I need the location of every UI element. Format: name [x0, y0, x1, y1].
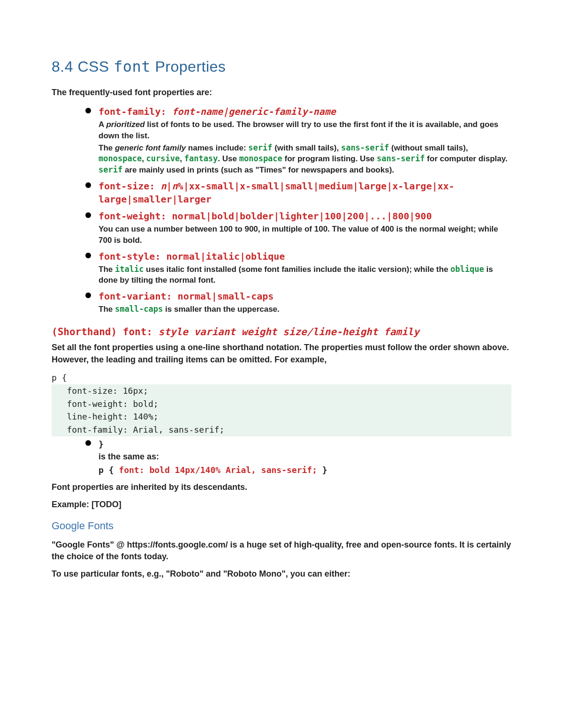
keyword-sans-serif: sans-serif — [341, 143, 389, 152]
desc-font-family-1: A prioritized list of fonts to be used. … — [99, 119, 511, 142]
text: , — [142, 154, 146, 163]
keyword-monospace: monospace — [239, 154, 282, 163]
keyword-italic: italic — [115, 264, 144, 274]
text: , — [180, 154, 184, 163]
code-block-long: p { font-size: 16px; font-weight: bold; … — [52, 371, 511, 436]
property-list: font-family: font-name|generic-family-na… — [52, 105, 511, 315]
sig-arg-n2: n — [172, 180, 178, 192]
sig-key: font-weight: — [99, 210, 167, 222]
keyword-oblique: oblique — [450, 264, 484, 274]
sig-key: font-family: — [99, 106, 167, 117]
google-fonts-p1: "Google Fonts" @ https://fonts.google.co… — [52, 539, 511, 563]
property-item-font-style: font-style: normal|italic|oblique The it… — [85, 250, 511, 286]
keyword-monospace: monospace — [99, 154, 142, 163]
sig-rest: normal|small-caps — [178, 291, 274, 302]
emphasis: prioritized — [106, 120, 145, 129]
sig-pipe: | — [167, 180, 172, 192]
property-item-font-size: font-size: n|n%|xx-small|x-small|small|m… — [85, 180, 511, 206]
signature-font-style: font-style: normal|italic|oblique — [99, 250, 511, 263]
keyword-small-caps: small-caps — [115, 304, 163, 314]
keyword-sans-serif: sans-serif — [377, 154, 425, 163]
one-open: p { — [99, 465, 119, 475]
one-decl: font: bold 14px/140% Arial, sans-serif; — [119, 465, 317, 475]
code-block-short: p { font: bold 14px/140% Arial, sans-ser… — [99, 464, 511, 476]
desc-font-family-2: The generic font family names include: s… — [99, 143, 511, 176]
desc-font-weight: You can use a number between 100 to 900,… — [99, 224, 511, 246]
section-code: font — [114, 58, 151, 75]
one-close: } — [317, 465, 327, 475]
shorthand-heading: (Shorthand) font: style variant weight s… — [52, 325, 511, 339]
code-line-2: font-weight: bold; — [52, 398, 511, 411]
code-close-brace: } — [99, 438, 511, 450]
keyword-cursive: cursive — [146, 154, 180, 163]
text: for program listing. Use — [282, 154, 377, 163]
section-suffix: Properties — [155, 58, 226, 75]
shorthand-label: (Shorthand) — [52, 326, 117, 338]
document-page: 8.4 CSS font Properties The frequently-u… — [0, 0, 563, 728]
sig-rest: normal|italic|oblique — [167, 251, 285, 262]
desc-font-variant: The small-caps is smaller than the upper… — [99, 304, 511, 315]
signature-font-family: font-family: font-name|generic-family-na… — [99, 105, 511, 118]
sig-rest: normal|bold|bolder|lighter|100|200|...|8… — [172, 210, 432, 222]
text: The — [99, 143, 115, 152]
shorthand-sub-list: } is the same as: p { font: bold 14px/14… — [52, 438, 511, 476]
code-line-1: font-size: 16px; — [52, 384, 511, 398]
section-heading: 8.4 CSS font Properties — [52, 56, 511, 77]
text: are mainly used in prints (such as "Time… — [122, 165, 394, 174]
sig-key: font-variant: — [99, 291, 172, 302]
shorthand-desc: Set all the font properties using a one-… — [52, 342, 511, 365]
text: for computer display. — [425, 154, 507, 163]
code-line-4: font-family: Arial, sans-serif; — [52, 423, 511, 436]
property-item-font-weight: font-weight: normal|bold|bolder|lighter|… — [85, 210, 511, 246]
keyword-fantasy: fantasy — [184, 154, 218, 163]
google-fonts-heading: Google Fonts — [52, 519, 511, 533]
example-todo: Example: [TODO] — [52, 499, 511, 510]
sig-key: font-size: — [99, 180, 155, 192]
text: is smaller than the uppercase. — [163, 305, 279, 314]
sig-arg-n: n — [160, 180, 166, 192]
code-open: p { — [52, 373, 67, 383]
section-prefix: CSS — [77, 58, 109, 75]
text: (with small tails), — [272, 143, 341, 152]
shorthand-key: font: — [123, 326, 152, 338]
inherit-note: Font properties are inherited by its des… — [52, 481, 511, 493]
signature-font-variant: font-variant: normal|small-caps — [99, 290, 511, 303]
google-fonts-p2: To use particular fonts, e.g., "Roboto" … — [52, 568, 511, 580]
property-item-font-family: font-family: font-name|generic-family-na… — [85, 105, 511, 176]
text: The — [99, 305, 115, 314]
code-line-3: line-height: 140%; — [52, 410, 511, 423]
text: uses italic font installed (some font fa… — [144, 265, 450, 274]
same-as-text: is the same as: — [99, 451, 511, 463]
text: . Use — [218, 154, 239, 163]
shorthand-arg: style variant weight size/line-height fa… — [159, 326, 419, 338]
keyword-serif: serif — [248, 143, 272, 152]
text: The — [99, 265, 115, 274]
text: names include: — [186, 143, 248, 152]
section-number: 8.4 — [52, 58, 73, 75]
signature-font-weight: font-weight: normal|bold|bolder|lighter|… — [99, 210, 511, 223]
property-item-font-variant: font-variant: normal|small-caps The smal… — [85, 290, 511, 315]
shorthand-sub-item: } is the same as: p { font: bold 14px/14… — [85, 438, 511, 476]
text: list of fonts to be used. The browser wi… — [99, 120, 498, 140]
desc-font-style: The italic uses italic font installed (s… — [99, 264, 511, 286]
sig-arg: font-name|generic-family-name — [172, 106, 336, 117]
text: A — [99, 120, 106, 129]
emphasis: generic font family — [115, 143, 186, 152]
signature-font-size: font-size: n|n%|xx-small|x-small|small|m… — [99, 180, 511, 206]
sig-key: font-style: — [99, 251, 160, 262]
text: (without small tails), — [389, 143, 468, 152]
intro-text: The frequently-used font properties are: — [52, 87, 511, 98]
keyword-serif: serif — [99, 165, 122, 174]
